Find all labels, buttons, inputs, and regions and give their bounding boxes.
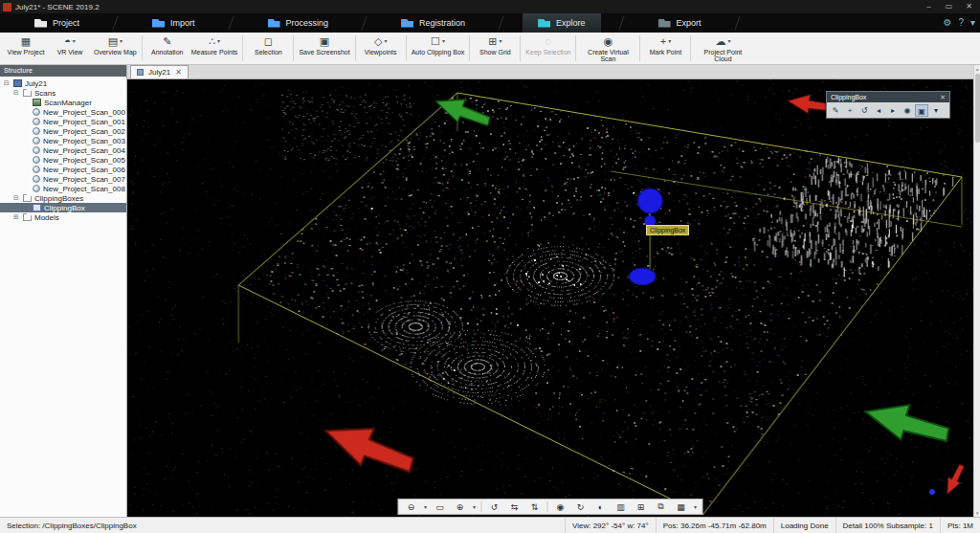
tree-item-july21[interactable]: ⊟July21 [0, 78, 126, 88]
settings-gear-icon[interactable]: ⚙ [943, 13, 951, 33]
scan-position-marker[interactable] [929, 489, 935, 495]
app-logo-icon [3, 3, 11, 11]
dropdown-caret-icon[interactable]: ▾ [499, 37, 501, 44]
walk-mode-icon[interactable]: ↻ [571, 500, 590, 514]
tree-item-new-project-scan-000[interactable]: New_Project_Scan_000 [0, 107, 126, 117]
next-face-icon[interactable]: ▸ [886, 104, 900, 117]
dropdown-caret-icon[interactable]: ▾ [384, 37, 387, 44]
dropdown-caret-icon[interactable]: ▾ [120, 37, 122, 44]
mark-point-icon: + [660, 35, 666, 47]
split-view-icon[interactable]: ◐ [591, 500, 611, 514]
tree-item-label: Scans [34, 89, 56, 98]
toolbar-separator [575, 35, 576, 61]
auto-clipping-box-button[interactable]: ☐▾Auto Clipping Box [410, 33, 467, 64]
view-project-button[interactable]: ▦View Project [4, 33, 48, 64]
save-screenshot-button[interactable]: ▣Save Screenshot [297, 33, 351, 64]
dropdown-caret-icon[interactable]: ▾ [727, 37, 730, 44]
clipping-box-toolbar-close-icon[interactable]: ✕ [940, 92, 946, 102]
ribbon-tab-import[interactable]: Import [137, 13, 211, 33]
selection-button[interactable]: ◻Selection [246, 33, 290, 64]
tree-item-new-project-scan-001[interactable]: New_Project_Scan_001 [0, 117, 126, 126]
window-title: July21* - SCENE 2019.2 [15, 3, 100, 11]
panel-menu-icon[interactable]: ▾ [929, 104, 943, 117]
tree-item-new-project-scan-006[interactable]: New_Project_Scan_006 [0, 165, 126, 174]
rotate-view-icon[interactable]: ↺ [485, 500, 504, 514]
view-options-dropdown[interactable]: ▾ [692, 503, 700, 510]
tree-item-new-project-scan-007[interactable]: New_Project_Scan_007 [0, 174, 126, 184]
annotation-button[interactable]: ✎Annotation [145, 33, 189, 64]
viewpoints-button[interactable]: ◇▾Viewpoints [359, 33, 403, 64]
expander-icon[interactable]: ⊞ [12, 212, 20, 222]
expander-icon[interactable]: ⊟ [3, 78, 11, 88]
toolbar-item-row: +▾ [660, 34, 671, 47]
collapse-ribbon-icon[interactable]: ▾ [970, 13, 975, 33]
toolbar-item-row: ⊞▾ [488, 34, 501, 47]
zoom-mode-dropdown[interactable]: ▾ [422, 503, 430, 510]
ribbon-tab-processing[interactable]: Processing [253, 13, 345, 33]
translate-clipping-icon[interactable]: + [843, 104, 857, 117]
zoom-window-dropdown[interactable]: ▾ [471, 503, 479, 510]
document-tab-label: July21 [148, 68, 170, 77]
scroll-up-icon[interactable]: ▴ [976, 65, 979, 73]
project-point-cloud-button[interactable]: ☁▾Project Point Cloud [694, 33, 751, 64]
create-virtual-scan-button[interactable]: ◉Create Virtual Scan [579, 33, 636, 64]
toolbar-item-row: ∴▾ [209, 34, 220, 47]
ribbon-tab-explore[interactable]: Explore [523, 13, 601, 33]
fullscreen-icon[interactable]: ⧉ [652, 500, 671, 514]
document-tab-close-icon[interactable]: ✕ [175, 68, 182, 77]
vr-view-button[interactable]: ◓▾VR View [48, 33, 92, 64]
tree-item-new-project-scan-002[interactable]: New_Project_Scan_002 [0, 126, 126, 136]
clipping-box-marker-label[interactable]: ClippingBox [646, 225, 689, 235]
scrollbar-thumb[interactable] [975, 74, 980, 143]
edit-clipping-icon[interactable]: ✎ [829, 104, 842, 117]
tree-item-scans[interactable]: ⊟Scans [0, 88, 126, 98]
scroll-down-icon[interactable]: ▾ [976, 509, 979, 517]
minimize-button[interactable]: – [921, 0, 937, 13]
create-virtual-scan-icon: ◉ [604, 35, 613, 47]
projection-icon[interactable]: ⊞ [632, 500, 651, 514]
expander-icon[interactable]: ⊟ [12, 193, 20, 203]
tree-item-new-project-scan-003[interactable]: New_Project_Scan_003 [0, 136, 126, 145]
fit-view-icon[interactable]: ▭ [431, 500, 450, 514]
dropdown-caret-icon[interactable]: ▾ [217, 37, 220, 44]
toolbar-item-label: Save Screenshot [299, 49, 349, 56]
show-grid-button[interactable]: ⊞▾Show Grid [473, 33, 517, 64]
dolly-view-icon[interactable]: ⇅ [525, 500, 545, 514]
zoom-in-icon[interactable]: ⊕ [451, 500, 470, 514]
overview-map-button[interactable]: ▤▾Overview Map [92, 33, 139, 64]
prev-face-icon[interactable]: ◂ [872, 104, 885, 117]
tree-item-new-project-scan-008[interactable]: New_Project_Scan_008 [0, 184, 126, 193]
view-options-icon[interactable]: ▦ [672, 500, 691, 514]
close-button[interactable]: ✕ [961, 0, 977, 13]
tree-item-models[interactable]: ⊞Models [0, 212, 126, 222]
tree-item-new-project-scan-005[interactable]: New_Project_Scan_005 [0, 155, 126, 165]
document-tab-july21[interactable]: July21 ✕ [130, 65, 189, 78]
point-cloud-canvas[interactable] [127, 79, 973, 517]
color-mode-icon[interactable]: ▥ [612, 500, 631, 514]
toolbar-item-row: ☐▾ [431, 34, 445, 47]
measure-points-button[interactable]: ∴▾Measure Points [189, 33, 240, 64]
expander-icon[interactable]: ⊟ [12, 88, 20, 98]
pan-view-icon[interactable]: ⇆ [505, 500, 524, 514]
export-icon [658, 19, 671, 28]
viewport-scrollbar[interactable]: ▴ ▾ [973, 65, 980, 517]
help-icon[interactable]: ? [958, 13, 964, 33]
tree-item-new-project-scan-004[interactable]: New_Project_Scan_004 [0, 145, 126, 155]
tree-item-clippingboxes[interactable]: ⊟ClippingBoxes [0, 193, 126, 203]
visibility-icon[interactable]: ◉ [901, 104, 914, 117]
ribbon-tab-registration[interactable]: Registration [386, 13, 480, 33]
dropdown-caret-icon[interactable]: ▾ [442, 37, 445, 44]
3d-viewport[interactable]: ClippingBox ✕ ✎+↺◂▸◉▣▾ ClippingBox ⊖▾▭⊕▾… [127, 79, 973, 517]
tree-item-scanmanager[interactable]: ScanManager [0, 98, 126, 107]
tree-item-clippingbox[interactable]: ClippingBox [0, 203, 126, 212]
examine-mode-icon[interactable]: ◉ [551, 500, 570, 514]
ribbon-tab-export[interactable]: Export [643, 13, 717, 33]
rotate-clipping-icon[interactable]: ↺ [858, 104, 871, 117]
dropdown-caret-icon[interactable]: ▾ [73, 37, 76, 44]
mark-point-button[interactable]: +▾Mark Point [643, 33, 687, 64]
dropdown-caret-icon[interactable]: ▾ [668, 37, 671, 44]
ribbon-tab-project[interactable]: Project [19, 13, 95, 33]
maximize-button[interactable]: ▭ [941, 0, 957, 13]
apply-clipping-icon[interactable]: ▣ [915, 104, 928, 117]
zoom-out-icon[interactable]: ⊖ [402, 500, 421, 514]
